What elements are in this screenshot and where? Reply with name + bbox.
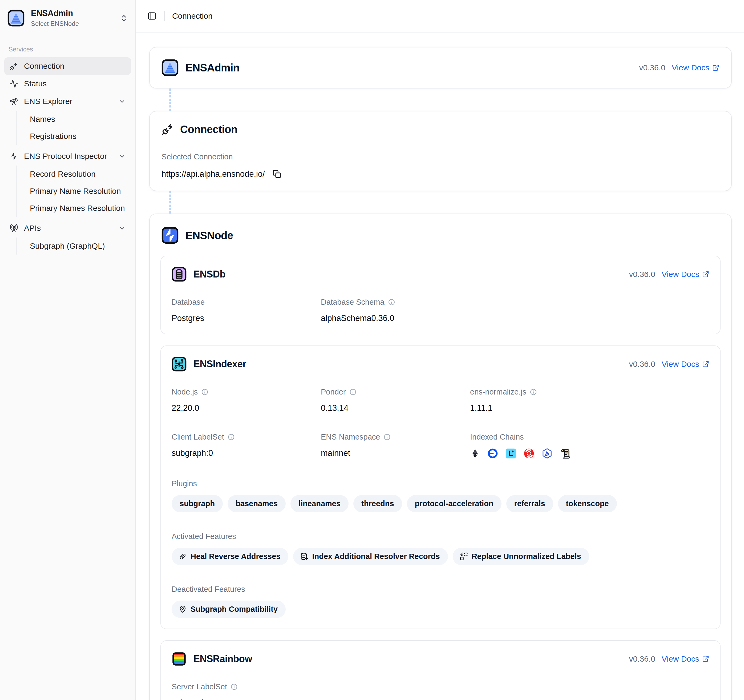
breadcrumb: Connection bbox=[172, 12, 213, 21]
chain-optimism-icon bbox=[523, 448, 534, 459]
sidebar-item-status[interactable]: Status bbox=[4, 75, 131, 92]
sidebar-item-primary-name-resolution[interactable]: Primary Name Resolution bbox=[25, 183, 131, 200]
connection-url: https://api.alpha.ensnode.io/ bbox=[161, 169, 265, 179]
activity-icon bbox=[10, 79, 18, 88]
deactivated-features-row: Subgraph Compatibility bbox=[172, 600, 709, 618]
field-database: Database Postgres bbox=[172, 298, 321, 323]
field-value: 0.13.14 bbox=[321, 403, 470, 413]
field-label: Client LabelSet bbox=[172, 433, 224, 441]
view-docs-label: View Docs bbox=[662, 654, 699, 663]
version-label: v0.36.0 bbox=[639, 63, 665, 72]
ensdb-card: ENSDb v0.36.0 View Docs Database Postgre… bbox=[161, 256, 720, 334]
plugin-chip: tokenscope bbox=[558, 495, 617, 512]
topbar-divider bbox=[164, 10, 165, 21]
chevron-down-icon bbox=[118, 225, 126, 232]
feature-label: Index Additional Resolver Records bbox=[312, 552, 440, 561]
info-icon[interactable] bbox=[388, 299, 395, 306]
telescope-icon bbox=[10, 97, 18, 106]
plug-zap-icon bbox=[10, 62, 18, 70]
external-link-icon bbox=[702, 655, 709, 663]
field-value: subgraph:0 bbox=[172, 698, 709, 700]
sidebar-toggle-button[interactable] bbox=[147, 11, 157, 21]
feature-chip-replace-unnormalized-labels: Replace Unnormalized Labels bbox=[453, 548, 589, 565]
version-label: v0.36.0 bbox=[629, 654, 655, 663]
page-content: ENSAdmin v0.36.0 View Docs Connection Se… bbox=[136, 33, 744, 700]
ensrainbow-card: ENSRainbow v0.36.0 View Docs Server Labe… bbox=[161, 640, 720, 700]
field-label: ens-normalize.js bbox=[470, 387, 526, 396]
sidebar-item-primary-names-resolution[interactable]: Primary Names Resolution bbox=[25, 200, 131, 217]
info-icon[interactable] bbox=[349, 389, 357, 396]
sidebar-item-label: APIs bbox=[24, 223, 41, 233]
view-docs-link[interactable]: View Docs bbox=[662, 360, 709, 369]
field-label: Database Schema bbox=[321, 298, 384, 307]
view-docs-link[interactable]: View Docs bbox=[662, 654, 709, 663]
copy-url-button[interactable] bbox=[272, 170, 281, 179]
sidebar-item-connection[interactable]: Connection bbox=[4, 57, 131, 75]
sidebar-item-label: Primary Names Resolution bbox=[30, 204, 125, 213]
sidebar: ENSAdmin Select ENSNode Services Connect… bbox=[0, 0, 136, 700]
sidebar-section-label: Services bbox=[4, 46, 131, 53]
view-docs-link[interactable]: View Docs bbox=[672, 63, 719, 72]
field-label: Database bbox=[172, 298, 205, 307]
field-client-labelset: Client LabelSet subgraph:0 bbox=[172, 433, 321, 460]
feature-label: Subgraph Compatibility bbox=[190, 605, 278, 614]
field-value: 22.20.0 bbox=[172, 403, 321, 413]
card-title: Connection bbox=[180, 124, 237, 136]
ensrainbow-logo-icon bbox=[172, 651, 186, 666]
info-icon[interactable] bbox=[384, 433, 391, 441]
dashed-connector bbox=[170, 88, 732, 111]
apis-children: Subgraph (GraphQL) bbox=[16, 237, 131, 255]
sidebar-item-ens-protocol-inspector[interactable]: ENS Protocol Inspector bbox=[4, 147, 131, 165]
info-icon[interactable] bbox=[228, 433, 235, 441]
version-label: v0.36.0 bbox=[629, 270, 655, 279]
sidebar-item-record-resolution[interactable]: Record Resolution bbox=[25, 165, 131, 183]
chain-base-icon bbox=[487, 448, 498, 459]
sidebar-item-label: Record Resolution bbox=[30, 170, 96, 179]
dashed-connector bbox=[170, 191, 732, 213]
plugin-chip: referrals bbox=[506, 495, 553, 512]
card-title: ENSAdmin bbox=[186, 62, 240, 74]
view-docs-link[interactable]: View Docs bbox=[662, 270, 709, 279]
card-title: ENSNode bbox=[186, 229, 233, 241]
external-link-icon bbox=[702, 271, 709, 278]
info-icon[interactable] bbox=[530, 389, 537, 396]
field-ens-namespace: ENS Namespace mainnet bbox=[321, 433, 470, 460]
ens-mark-icon bbox=[10, 152, 18, 161]
field-ens-normalize: ens-normalize.js 1.11.1 bbox=[470, 387, 709, 413]
database-plus-icon bbox=[300, 552, 308, 561]
feature-label: Replace Unnormalized Labels bbox=[472, 552, 581, 561]
app-subtitle: Select ENSNode bbox=[31, 20, 79, 27]
field-label: Ponder bbox=[321, 387, 346, 396]
field-database-schema: Database Schema alphaSchema0.36.0 bbox=[321, 298, 709, 323]
connection-card: Connection Selected Connection https://a… bbox=[149, 111, 732, 191]
plugins-row: subgraph basenames lineanames threedns p… bbox=[172, 495, 709, 512]
chevron-down-icon bbox=[118, 98, 126, 105]
pin-icon bbox=[179, 605, 187, 614]
sidebar-item-apis[interactable]: APIs bbox=[4, 219, 131, 237]
sidebar-item-label: ENS Protocol Inspector bbox=[24, 152, 107, 161]
chevrons-up-down-icon bbox=[120, 14, 128, 22]
sidebar-item-label: Connection bbox=[24, 61, 64, 71]
field-value: alphaSchema0.36.0 bbox=[321, 313, 709, 323]
replace-icon bbox=[460, 552, 468, 561]
sidebar-item-names[interactable]: Names bbox=[25, 111, 131, 128]
card-title: ENSIndexer bbox=[193, 359, 246, 370]
sidebar-item-subgraph-graphql[interactable]: Subgraph (GraphQL) bbox=[25, 237, 131, 255]
plugin-chip: threedns bbox=[353, 495, 402, 512]
activated-features-label: Activated Features bbox=[172, 532, 709, 541]
copy-icon bbox=[272, 170, 281, 179]
feature-chip-heal-reverse-addresses: Heal Reverse Addresses bbox=[172, 548, 288, 565]
field-label: Indexed Chains bbox=[470, 433, 524, 441]
sidebar-item-ens-explorer[interactable]: ENS Explorer bbox=[4, 92, 131, 110]
field-value: mainnet bbox=[321, 448, 470, 458]
sidebar-item-registrations[interactable]: Registrations bbox=[25, 128, 131, 145]
ensdb-logo-icon bbox=[172, 267, 186, 282]
ensnode-selector[interactable]: ENSAdmin Select ENSNode bbox=[4, 5, 131, 31]
chain-arbitrum-icon bbox=[542, 448, 553, 459]
plugin-chip: basenames bbox=[228, 495, 286, 512]
sidebar-item-label: Primary Name Resolution bbox=[30, 186, 121, 196]
ensnode-logo-icon bbox=[161, 227, 179, 244]
info-icon[interactable] bbox=[201, 389, 208, 396]
topbar: Connection bbox=[136, 0, 744, 33]
info-icon[interactable] bbox=[231, 683, 238, 690]
